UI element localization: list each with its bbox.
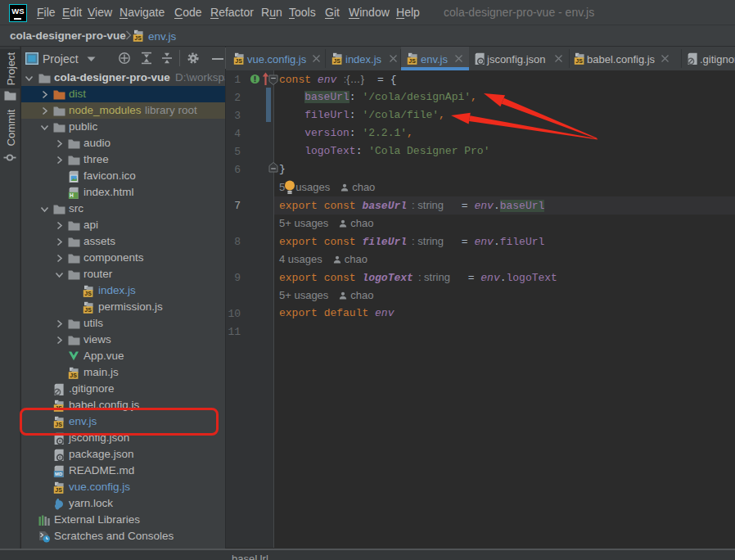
svg-text:JS: JS — [333, 58, 340, 64]
svg-text:JS: JS — [134, 35, 142, 41]
svg-text:JS: JS — [84, 307, 92, 313]
svg-text:JS: JS — [575, 58, 583, 64]
svg-text:H: H — [70, 192, 74, 198]
svg-text:JS: JS — [235, 58, 242, 64]
svg-text:JS: JS — [70, 373, 77, 378]
svg-text:JS: JS — [84, 291, 92, 296]
svg-text:JS: JS — [55, 487, 62, 493]
svg-text:MD: MD — [55, 472, 62, 476]
svg-text:JS: JS — [408, 58, 416, 64]
